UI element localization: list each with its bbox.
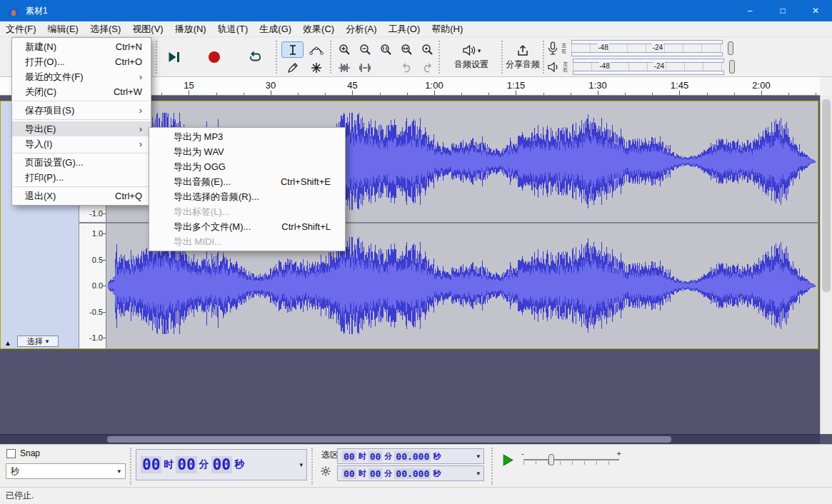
- play-at-speed-button[interactable]: [498, 450, 517, 469]
- caret-down-icon[interactable]: ▾: [296, 461, 303, 468]
- track-select-button[interactable]: 选择 ▾: [17, 336, 59, 347]
- menu-item[interactable]: 打开(O)...Ctrl+O: [12, 54, 151, 69]
- menu-item[interactable]: 导出多个文件(M)...Ctrl+Shift+L: [149, 219, 345, 234]
- menubar-item[interactable]: 选择(S): [84, 21, 126, 36]
- snap-checkbox[interactable]: [6, 449, 16, 458]
- toolbar-grip[interactable]: [491, 448, 493, 485]
- selection-tool-button[interactable]: [281, 41, 304, 58]
- caret-down-icon[interactable]: ▾: [473, 470, 480, 477]
- undo-button[interactable]: [396, 59, 416, 76]
- horizontal-scrollbar[interactable]: [0, 434, 820, 444]
- draw-tool-button[interactable]: [281, 59, 304, 76]
- menu-item[interactable]: 保存项目(S)›: [12, 103, 151, 118]
- menubar-item[interactable]: 编辑(E): [42, 21, 84, 36]
- menu-item[interactable]: 最近的文件(F)›: [12, 69, 151, 84]
- time-digits[interactable]: 00: [176, 456, 196, 473]
- toolbar-grip[interactable]: [501, 41, 503, 74]
- menubar-item[interactable]: 文件(F): [0, 21, 42, 36]
- menubar-item[interactable]: 视图(V): [126, 21, 169, 36]
- trim-audio-button[interactable]: [334, 59, 354, 76]
- vertical-scrollbar[interactable]: [820, 96, 832, 434]
- selection-start-display[interactable]: 00时00分00.000秒▾: [337, 448, 484, 464]
- toolbar-grip[interactable]: [543, 41, 545, 74]
- menu-item[interactable]: 关闭(C)Ctrl+W: [12, 84, 151, 99]
- menu-item[interactable]: 导出 MIDI...: [149, 234, 345, 249]
- minimize-button[interactable]: –: [733, 0, 766, 21]
- time-digits[interactable]: 00.000: [394, 468, 431, 479]
- snap-unit-select[interactable]: 秒 ▾: [6, 463, 126, 479]
- toolbar-grip[interactable]: [156, 41, 158, 74]
- vertical-ruler-right-channel[interactable]: 1.00.50.0-0.5-1.0: [79, 223, 106, 348]
- zoom-in-button[interactable]: [334, 41, 354, 58]
- silence-audio-button[interactable]: [355, 59, 375, 76]
- toolbar-grip[interactable]: [276, 41, 278, 74]
- time-digits[interactable]: 00: [211, 456, 232, 473]
- redo-button[interactable]: [417, 59, 437, 76]
- collapse-track-icon[interactable]: ▲: [4, 339, 11, 347]
- audio-setup-button[interactable]: ▾ 音频设置: [443, 40, 500, 74]
- menubar-item[interactable]: 效果(C): [297, 21, 340, 36]
- gear-icon[interactable]: [320, 465, 331, 477]
- playback-speed-slider[interactable]: - +: [521, 449, 621, 469]
- meter-scale-label: -24: [652, 44, 663, 51]
- menu-separator: [14, 101, 149, 101]
- menubar-item[interactable]: 播放(N): [169, 21, 212, 36]
- timeline-tick-label: 2:00: [752, 80, 770, 91]
- recording-volume-slider[interactable]: [726, 40, 736, 56]
- menu-item[interactable]: 退出(X)Ctrl+Q: [12, 188, 151, 203]
- timeline-major-tick: [679, 91, 680, 95]
- maximize-button[interactable]: □: [766, 0, 799, 21]
- ruler-value: -0.5: [89, 308, 103, 316]
- toolbar-grip[interactable]: [438, 41, 441, 74]
- selection-end-display[interactable]: 00时00分00.000秒▾: [337, 465, 484, 481]
- zoom-out-button[interactable]: [355, 41, 375, 58]
- playback-meter[interactable]: 左 右 -48 -24: [547, 58, 748, 76]
- skip-to-end-button[interactable]: [160, 41, 187, 73]
- menu-item[interactable]: 导出音频(E)...Ctrl+Shift+E: [149, 174, 345, 189]
- vscroll-thumb[interactable]: [822, 99, 831, 292]
- zoom-toggle-button[interactable]: [417, 41, 437, 58]
- hscroll-thumb[interactable]: [107, 436, 671, 443]
- menu-item[interactable]: 导出选择的音频(R)...: [149, 189, 345, 204]
- recording-meter[interactable]: 左 右 -48 -24: [547, 39, 748, 57]
- menu-item[interactable]: 导出标签(L)...: [149, 204, 345, 219]
- toolbar-grip[interactable]: [130, 448, 132, 485]
- time-digits[interactable]: 00: [342, 468, 356, 479]
- time-digits[interactable]: 00.000: [394, 451, 431, 462]
- ibeam-icon: [286, 44, 299, 56]
- menu-item[interactable]: 导出为 WAV: [149, 144, 345, 159]
- envelope-tool-button[interactable]: [305, 41, 327, 58]
- menubar-item[interactable]: 分析(A): [340, 21, 382, 36]
- zoom-fit-button[interactable]: [396, 41, 416, 58]
- ruler-tick: [103, 338, 106, 338]
- toolbar-grip[interactable]: [311, 448, 314, 485]
- record-button[interactable]: [201, 41, 228, 73]
- menu-item[interactable]: 导出为 MP3: [149, 129, 345, 144]
- menu-item[interactable]: 页面设置(G)...: [12, 155, 151, 170]
- share-audio-button[interactable]: 分享音频: [504, 40, 541, 74]
- menu-item[interactable]: 导出为 OGG: [149, 159, 345, 174]
- time-digits[interactable]: 00: [369, 468, 383, 479]
- menubar-item[interactable]: 工具(O): [382, 21, 426, 36]
- playback-volume-slider[interactable]: [727, 59, 738, 75]
- time-digits[interactable]: 00: [141, 456, 161, 473]
- audio-position-display[interactable]: 00时00分00秒▾: [136, 449, 307, 480]
- menu-item[interactable]: 导出(E)›: [12, 121, 151, 136]
- menubar-item[interactable]: 生成(G): [254, 21, 297, 36]
- menu-item[interactable]: 打印(P)...: [12, 170, 151, 185]
- menu-separator: [14, 119, 149, 120]
- menubar-item[interactable]: 轨道(T): [212, 21, 254, 36]
- menu-item[interactable]: 新建(N)Ctrl+N: [12, 39, 151, 54]
- menubar-item[interactable]: 帮助(H): [426, 21, 468, 36]
- caret-down-icon[interactable]: ▾: [473, 453, 480, 460]
- zoom-selection-button[interactable]: [376, 41, 396, 58]
- time-digits[interactable]: 00: [342, 451, 356, 462]
- multi-tool-button[interactable]: [305, 59, 327, 76]
- loop-button[interactable]: [241, 41, 269, 73]
- snap-checkbox-row[interactable]: Snap: [6, 448, 40, 458]
- menu-item[interactable]: 导入(I)›: [12, 136, 151, 151]
- speed-slider-thumb[interactable]: [548, 454, 554, 465]
- close-button[interactable]: ✕: [799, 0, 832, 21]
- toolbar-grip[interactable]: [330, 41, 332, 74]
- time-digits[interactable]: 00: [369, 451, 383, 462]
